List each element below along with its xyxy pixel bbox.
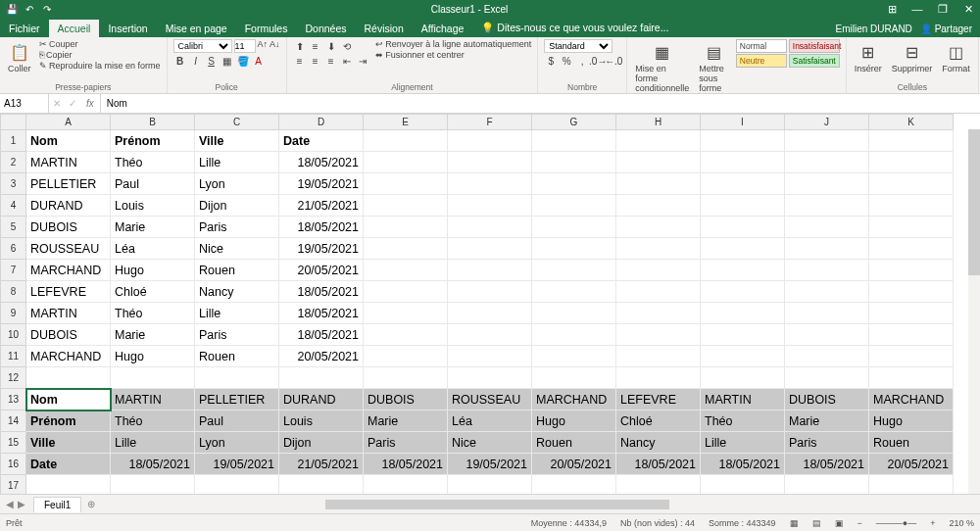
indent-inc-icon[interactable]: ⇥	[356, 54, 369, 68]
cell-A1[interactable]: Nom	[26, 130, 111, 152]
col-header-C[interactable]: C	[195, 115, 279, 130]
cell-E3[interactable]	[364, 173, 448, 195]
cell-C5[interactable]: Paris	[195, 217, 279, 238]
cell-A3[interactable]: PELLETIER	[26, 173, 111, 195]
cell-H3[interactable]	[616, 173, 701, 195]
align-top-icon[interactable]: ⬆	[293, 39, 307, 53]
cell-C6[interactable]: Nice	[195, 238, 279, 260]
cell-D8[interactable]: 18/05/2021	[279, 281, 364, 303]
row-header-5[interactable]: 5	[1, 217, 26, 238]
cell-A11[interactable]: MARCHAND	[26, 346, 111, 367]
cell-F9[interactable]	[448, 303, 532, 324]
cell-B8[interactable]: Chloé	[111, 281, 195, 303]
cell-F5[interactable]	[448, 217, 532, 238]
cell-I8[interactable]	[701, 281, 785, 303]
cell-I3[interactable]	[701, 173, 785, 195]
tab-insert[interactable]: Insertion	[99, 20, 156, 37]
sheet-tab[interactable]: Feuil1	[33, 497, 81, 512]
cell-J2[interactable]	[785, 152, 869, 173]
underline-button[interactable]: S	[205, 54, 219, 68]
cell-A15[interactable]: Ville	[26, 432, 111, 454]
cell-K14[interactable]: Hugo	[869, 410, 954, 432]
cell-E9[interactable]	[364, 303, 448, 324]
cell-J13[interactable]: DUBOIS	[785, 389, 869, 410]
cell-G8[interactable]	[532, 281, 616, 303]
row-header-3[interactable]: 3	[1, 173, 26, 195]
cell-I9[interactable]	[701, 303, 785, 324]
cell-C12[interactable]	[195, 367, 279, 389]
col-header-E[interactable]: E	[364, 115, 448, 130]
cell-B9[interactable]: Théo	[111, 303, 195, 324]
comma-icon[interactable]: ,	[575, 54, 589, 68]
cell-D10[interactable]: 18/05/2021	[279, 324, 364, 346]
cell-D11[interactable]: 20/05/2021	[279, 346, 364, 367]
cell-D15[interactable]: Dijon	[279, 432, 364, 454]
row-header-1[interactable]: 1	[1, 130, 26, 152]
save-icon[interactable]: 💾	[6, 3, 18, 15]
cell-H14[interactable]: Chloé	[616, 410, 701, 432]
cell-K3[interactable]	[869, 173, 954, 195]
cell-G13[interactable]: MARCHAND	[532, 389, 616, 410]
shrink-font-icon[interactable]: A↓	[270, 39, 280, 53]
orientation-icon[interactable]: ⟲	[340, 39, 354, 53]
format-cells-button[interactable]: ◫Format	[940, 39, 972, 75]
col-header-A[interactable]: A	[26, 115, 111, 130]
cell-F15[interactable]: Nice	[448, 432, 532, 454]
cell-C14[interactable]: Paul	[195, 410, 279, 432]
cell-G16[interactable]: 20/05/2021	[532, 454, 616, 475]
cell-K15[interactable]: Rouen	[869, 432, 954, 454]
cell-H5[interactable]	[616, 217, 701, 238]
cell-K16[interactable]: 20/05/2021	[869, 454, 954, 475]
zoom-in-button[interactable]: +	[930, 518, 935, 528]
cell-G6[interactable]	[532, 238, 616, 260]
col-header-G[interactable]: G	[532, 115, 616, 130]
cell-F4[interactable]	[448, 195, 532, 217]
cell-B6[interactable]: Léa	[111, 238, 195, 260]
fx-icon[interactable]: fx	[80, 94, 101, 113]
cell-E10[interactable]	[364, 324, 448, 346]
font-size-input[interactable]	[234, 39, 256, 53]
cell-E6[interactable]	[364, 238, 448, 260]
merge-center-button[interactable]: ⬌ Fusionner et centrer	[375, 50, 532, 60]
select-all[interactable]	[1, 115, 26, 130]
insert-cells-button[interactable]: ⊞Insérer	[853, 39, 884, 75]
cell-E5[interactable]	[364, 217, 448, 238]
cell-I15[interactable]: Lille	[701, 432, 785, 454]
cell-D6[interactable]: 19/05/2021	[279, 238, 364, 260]
tell-me[interactable]: 💡 Dites-nous ce que vous voulez faire...	[472, 19, 677, 37]
tab-data[interactable]: Données	[296, 20, 355, 37]
view-layout-icon[interactable]: ▤	[812, 518, 821, 528]
cell-B13[interactable]: MARTIN	[111, 389, 195, 410]
cell-G12[interactable]	[532, 367, 616, 389]
cell-H4[interactable]	[616, 195, 701, 217]
font-color-button[interactable]: A	[252, 54, 266, 68]
view-pagebreak-icon[interactable]: ▣	[835, 518, 844, 528]
row-header-10[interactable]: 10	[1, 324, 26, 346]
cell-K6[interactable]	[869, 238, 954, 260]
maximize-icon[interactable]: ❐	[931, 3, 955, 16]
cell-D17[interactable]	[279, 475, 364, 495]
cell-J7[interactable]	[785, 260, 869, 281]
cell-C9[interactable]: Lille	[195, 303, 279, 324]
cell-G3[interactable]	[532, 173, 616, 195]
cell-J3[interactable]	[785, 173, 869, 195]
cell-F16[interactable]: 19/05/2021	[448, 454, 532, 475]
italic-button[interactable]: I	[189, 54, 203, 68]
row-header-6[interactable]: 6	[1, 238, 26, 260]
cell-I2[interactable]	[701, 152, 785, 173]
currency-icon[interactable]: $	[544, 54, 558, 68]
style-bad[interactable]: Insatisfaisant	[789, 39, 840, 53]
cell-G4[interactable]	[532, 195, 616, 217]
cell-A9[interactable]: MARTIN	[26, 303, 111, 324]
conditional-formatting-button[interactable]: ▦Mise en forme conditionnelle	[633, 39, 691, 95]
format-painter-button[interactable]: ✎ Reproduire la mise en forme	[39, 61, 161, 71]
cell-J6[interactable]	[785, 238, 869, 260]
cell-J17[interactable]	[785, 475, 869, 495]
cell-J8[interactable]	[785, 281, 869, 303]
cell-I13[interactable]: MARTIN	[701, 389, 785, 410]
row-header-9[interactable]: 9	[1, 303, 26, 324]
cell-H6[interactable]	[616, 238, 701, 260]
cell-B15[interactable]: Lille	[111, 432, 195, 454]
cell-E1[interactable]	[364, 130, 448, 152]
cell-J14[interactable]: Marie	[785, 410, 869, 432]
